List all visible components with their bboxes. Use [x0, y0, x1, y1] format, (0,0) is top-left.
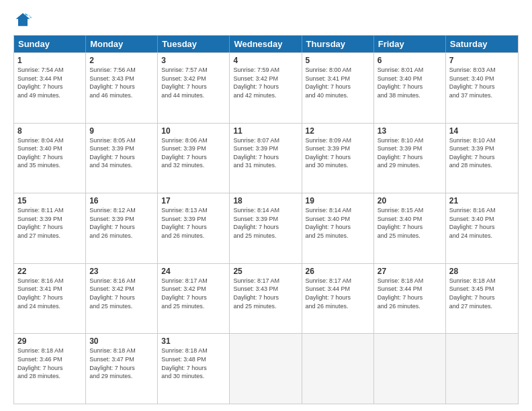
day-number: 21 — [449, 196, 515, 205]
day-number: 26 — [306, 267, 370, 276]
day-number: 20 — [378, 196, 442, 205]
calendar-cell: 3Sunrise: 7:57 AMSunset: 3:42 PMDaylight… — [158, 53, 230, 123]
calendar-cell: 14Sunrise: 8:10 AMSunset: 3:39 PMDayligh… — [446, 124, 518, 193]
day-info: Sunrise: 7:54 AMSunset: 3:44 PMDaylight:… — [17, 66, 82, 99]
calendar-cell: 29Sunrise: 8:18 AMSunset: 3:46 PMDayligh… — [14, 334, 86, 404]
day-number: 9 — [89, 126, 154, 136]
day-info: Sunrise: 8:16 AMSunset: 3:40 PMDaylight:… — [449, 206, 515, 240]
calendar-week-1: 1Sunrise: 7:54 AMSunset: 3:44 PMDaylight… — [14, 52, 518, 123]
calendar-page: SundayMondayTuesdayWednesdayThursdayFrid… — [0, 0, 532, 411]
calendar-cell: 28Sunrise: 8:18 AMSunset: 3:45 PMDayligh… — [446, 264, 518, 334]
day-number: 12 — [306, 126, 370, 136]
day-info: Sunrise: 8:18 AMSunset: 3:47 PMDaylight:… — [89, 347, 154, 380]
header-cell-sunday: Sunday — [14, 36, 86, 52]
day-info: Sunrise: 8:14 AMSunset: 3:40 PMDaylight:… — [306, 206, 370, 240]
day-info: Sunrise: 8:04 AMSunset: 3:40 PMDaylight:… — [17, 136, 82, 170]
day-info: Sunrise: 8:03 AMSunset: 3:40 PMDaylight:… — [449, 66, 515, 99]
calendar-cell: 23Sunrise: 8:16 AMSunset: 3:42 PMDayligh… — [86, 264, 158, 334]
calendar-cell: 27Sunrise: 8:18 AMSunset: 3:44 PMDayligh… — [374, 264, 446, 334]
header-cell-friday: Friday — [374, 36, 446, 52]
calendar-week-2: 8Sunrise: 8:04 AMSunset: 3:40 PMDaylight… — [14, 123, 518, 193]
calendar-header-row: SundayMondayTuesdayWednesdayThursdayFrid… — [14, 36, 518, 52]
day-number: 18 — [233, 196, 298, 205]
calendar-cell: 9Sunrise: 8:05 AMSunset: 3:39 PMDaylight… — [86, 124, 158, 193]
calendar-cell: 16Sunrise: 8:12 AMSunset: 3:39 PMDayligh… — [86, 193, 158, 263]
day-number: 8 — [17, 126, 82, 136]
day-number: 17 — [161, 196, 226, 205]
calendar-cell: 11Sunrise: 8:07 AMSunset: 3:39 PMDayligh… — [230, 124, 302, 193]
calendar-cell: 25Sunrise: 8:17 AMSunset: 3:43 PMDayligh… — [230, 264, 302, 334]
calendar: SundayMondayTuesdayWednesdayThursdayFrid… — [13, 35, 519, 404]
day-number: 23 — [89, 267, 154, 276]
day-number: 4 — [233, 56, 298, 65]
calendar-cell — [230, 334, 302, 404]
calendar-body: 1Sunrise: 7:54 AMSunset: 3:44 PMDaylight… — [14, 52, 518, 404]
day-number: 10 — [161, 126, 226, 136]
header-cell-monday: Monday — [86, 36, 158, 52]
calendar-cell: 12Sunrise: 8:09 AMSunset: 3:39 PMDayligh… — [302, 124, 374, 193]
day-info: Sunrise: 8:00 AMSunset: 3:41 PMDaylight:… — [306, 66, 370, 99]
day-info: Sunrise: 8:11 AMSunset: 3:39 PMDaylight:… — [17, 206, 82, 240]
day-info: Sunrise: 8:10 AMSunset: 3:39 PMDaylight:… — [449, 136, 515, 170]
day-info: Sunrise: 8:15 AMSunset: 3:40 PMDaylight:… — [378, 206, 442, 240]
calendar-cell: 8Sunrise: 8:04 AMSunset: 3:40 PMDaylight… — [14, 124, 86, 193]
day-info: Sunrise: 8:18 AMSunset: 3:46 PMDaylight:… — [17, 347, 82, 380]
calendar-cell: 6Sunrise: 8:01 AMSunset: 3:40 PMDaylight… — [374, 53, 446, 123]
calendar-cell: 18Sunrise: 8:14 AMSunset: 3:39 PMDayligh… — [230, 193, 302, 263]
calendar-cell: 15Sunrise: 8:11 AMSunset: 3:39 PMDayligh… — [14, 193, 86, 263]
calendar-cell: 2Sunrise: 7:56 AMSunset: 3:43 PMDaylight… — [86, 53, 158, 123]
day-info: Sunrise: 8:17 AMSunset: 3:43 PMDaylight:… — [233, 277, 298, 310]
day-info: Sunrise: 8:06 AMSunset: 3:39 PMDaylight:… — [161, 136, 226, 170]
calendar-cell: 19Sunrise: 8:14 AMSunset: 3:40 PMDayligh… — [302, 193, 374, 263]
calendar-week-4: 22Sunrise: 8:16 AMSunset: 3:41 PMDayligh… — [14, 263, 518, 334]
day-number: 29 — [17, 336, 82, 346]
calendar-cell: 17Sunrise: 8:13 AMSunset: 3:39 PMDayligh… — [158, 193, 230, 263]
calendar-cell: 20Sunrise: 8:15 AMSunset: 3:40 PMDayligh… — [374, 193, 446, 263]
day-info: Sunrise: 8:14 AMSunset: 3:39 PMDaylight:… — [233, 206, 298, 240]
day-info: Sunrise: 8:16 AMSunset: 3:42 PMDaylight:… — [89, 277, 154, 310]
calendar-cell — [374, 334, 446, 404]
calendar-cell: 7Sunrise: 8:03 AMSunset: 3:40 PMDaylight… — [446, 53, 518, 123]
day-number: 11 — [233, 126, 298, 136]
calendar-cell — [302, 334, 374, 404]
day-number: 22 — [17, 267, 82, 276]
day-info: Sunrise: 8:12 AMSunset: 3:39 PMDaylight:… — [89, 206, 154, 240]
day-number: 31 — [161, 336, 226, 346]
calendar-cell: 30Sunrise: 8:18 AMSunset: 3:47 PMDayligh… — [86, 334, 158, 404]
day-number: 28 — [449, 267, 515, 276]
day-number: 7 — [449, 56, 515, 65]
day-number: 24 — [161, 267, 226, 276]
day-info: Sunrise: 8:17 AMSunset: 3:42 PMDaylight:… — [161, 277, 226, 310]
day-info: Sunrise: 7:59 AMSunset: 3:42 PMDaylight:… — [233, 66, 298, 99]
day-info: Sunrise: 8:09 AMSunset: 3:39 PMDaylight:… — [306, 136, 370, 170]
logo-icon — [13, 11, 32, 30]
day-info: Sunrise: 7:56 AMSunset: 3:43 PMDaylight:… — [89, 66, 154, 99]
calendar-cell: 1Sunrise: 7:54 AMSunset: 3:44 PMDaylight… — [14, 53, 86, 123]
day-number: 25 — [233, 267, 298, 276]
calendar-week-5: 29Sunrise: 8:18 AMSunset: 3:46 PMDayligh… — [14, 333, 518, 404]
header-cell-wednesday: Wednesday — [230, 36, 302, 52]
day-info: Sunrise: 8:18 AMSunset: 3:48 PMDaylight:… — [161, 347, 226, 380]
day-number: 14 — [449, 126, 515, 136]
day-info: Sunrise: 8:16 AMSunset: 3:41 PMDaylight:… — [17, 277, 82, 310]
day-info: Sunrise: 8:05 AMSunset: 3:39 PMDaylight:… — [89, 136, 154, 170]
calendar-cell: 10Sunrise: 8:06 AMSunset: 3:39 PMDayligh… — [158, 124, 230, 193]
day-number: 5 — [306, 56, 370, 65]
day-number: 13 — [378, 126, 442, 136]
header — [13, 11, 519, 30]
calendar-cell: 22Sunrise: 8:16 AMSunset: 3:41 PMDayligh… — [14, 264, 86, 334]
calendar-cell: 26Sunrise: 8:17 AMSunset: 3:44 PMDayligh… — [302, 264, 374, 334]
day-number: 19 — [306, 196, 370, 205]
logo — [13, 11, 35, 30]
day-number: 15 — [17, 196, 82, 205]
day-number: 2 — [89, 56, 154, 65]
calendar-cell: 21Sunrise: 8:16 AMSunset: 3:40 PMDayligh… — [446, 193, 518, 263]
calendar-cell: 13Sunrise: 8:10 AMSunset: 3:39 PMDayligh… — [374, 124, 446, 193]
calendar-week-3: 15Sunrise: 8:11 AMSunset: 3:39 PMDayligh… — [14, 193, 518, 263]
day-info: Sunrise: 8:17 AMSunset: 3:44 PMDaylight:… — [306, 277, 370, 310]
header-cell-tuesday: Tuesday — [158, 36, 230, 52]
day-info: Sunrise: 7:57 AMSunset: 3:42 PMDaylight:… — [161, 66, 226, 99]
day-number: 3 — [161, 56, 226, 65]
day-number: 6 — [378, 56, 442, 65]
calendar-cell: 4Sunrise: 7:59 AMSunset: 3:42 PMDaylight… — [230, 53, 302, 123]
